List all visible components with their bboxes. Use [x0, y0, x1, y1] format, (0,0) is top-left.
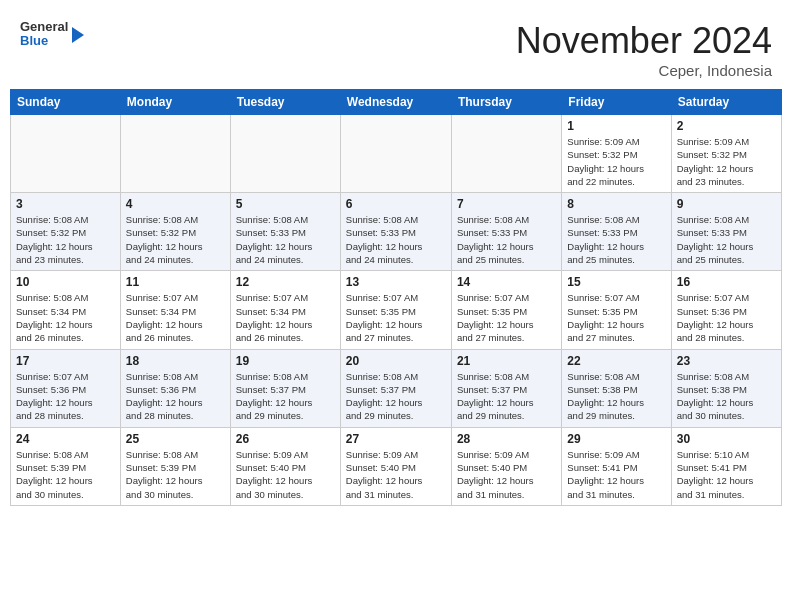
day-info: Sunrise: 5:08 AM Sunset: 5:38 PM Dayligh… — [567, 370, 665, 423]
day-info: Sunrise: 5:08 AM Sunset: 5:39 PM Dayligh… — [16, 448, 115, 501]
day-number: 19 — [236, 354, 335, 368]
day-number: 27 — [346, 432, 446, 446]
logo-text: General Blue — [20, 20, 68, 49]
day-info: Sunrise: 5:08 AM Sunset: 5:33 PM Dayligh… — [457, 213, 556, 266]
day-info: Sunrise: 5:07 AM Sunset: 5:35 PM Dayligh… — [346, 291, 446, 344]
calendar-day-cell: 18Sunrise: 5:08 AM Sunset: 5:36 PM Dayli… — [120, 349, 230, 427]
calendar-day-header: Tuesday — [230, 90, 340, 115]
day-number: 13 — [346, 275, 446, 289]
day-number: 17 — [16, 354, 115, 368]
calendar-day-cell: 17Sunrise: 5:07 AM Sunset: 5:36 PM Dayli… — [11, 349, 121, 427]
day-number: 7 — [457, 197, 556, 211]
calendar-day-cell: 10Sunrise: 5:08 AM Sunset: 5:34 PM Dayli… — [11, 271, 121, 349]
month-year-title: November 2024 — [516, 20, 772, 62]
day-info: Sunrise: 5:09 AM Sunset: 5:41 PM Dayligh… — [567, 448, 665, 501]
calendar-day-cell: 19Sunrise: 5:08 AM Sunset: 5:37 PM Dayli… — [230, 349, 340, 427]
day-number: 9 — [677, 197, 776, 211]
calendar-day-cell: 1Sunrise: 5:09 AM Sunset: 5:32 PM Daylig… — [562, 115, 671, 193]
logo-blue: Blue — [20, 34, 68, 48]
day-number: 24 — [16, 432, 115, 446]
calendar-day-cell: 21Sunrise: 5:08 AM Sunset: 5:37 PM Dayli… — [451, 349, 561, 427]
day-number: 29 — [567, 432, 665, 446]
day-number: 6 — [346, 197, 446, 211]
day-info: Sunrise: 5:08 AM Sunset: 5:37 PM Dayligh… — [346, 370, 446, 423]
day-number: 12 — [236, 275, 335, 289]
calendar-day-cell: 16Sunrise: 5:07 AM Sunset: 5:36 PM Dayli… — [671, 271, 781, 349]
calendar-week-row: 17Sunrise: 5:07 AM Sunset: 5:36 PM Dayli… — [11, 349, 782, 427]
calendar-day-cell: 3Sunrise: 5:08 AM Sunset: 5:32 PM Daylig… — [11, 193, 121, 271]
day-number: 4 — [126, 197, 225, 211]
day-info: Sunrise: 5:08 AM Sunset: 5:36 PM Dayligh… — [126, 370, 225, 423]
day-number: 5 — [236, 197, 335, 211]
calendar-day-cell: 13Sunrise: 5:07 AM Sunset: 5:35 PM Dayli… — [340, 271, 451, 349]
logo-general: General — [20, 20, 68, 34]
day-info: Sunrise: 5:08 AM Sunset: 5:33 PM Dayligh… — [677, 213, 776, 266]
logo: General Blue — [20, 20, 84, 49]
day-number: 26 — [236, 432, 335, 446]
calendar-day-cell: 20Sunrise: 5:08 AM Sunset: 5:37 PM Dayli… — [340, 349, 451, 427]
calendar-day-cell: 30Sunrise: 5:10 AM Sunset: 5:41 PM Dayli… — [671, 427, 781, 505]
calendar-day-header: Sunday — [11, 90, 121, 115]
calendar-day-cell: 9Sunrise: 5:08 AM Sunset: 5:33 PM Daylig… — [671, 193, 781, 271]
calendar-week-row: 24Sunrise: 5:08 AM Sunset: 5:39 PM Dayli… — [11, 427, 782, 505]
day-number: 15 — [567, 275, 665, 289]
day-number: 18 — [126, 354, 225, 368]
day-info: Sunrise: 5:08 AM Sunset: 5:37 PM Dayligh… — [457, 370, 556, 423]
title-block: November 2024 Ceper, Indonesia — [516, 20, 772, 79]
day-number: 28 — [457, 432, 556, 446]
day-info: Sunrise: 5:08 AM Sunset: 5:33 PM Dayligh… — [567, 213, 665, 266]
day-number: 20 — [346, 354, 446, 368]
day-info: Sunrise: 5:09 AM Sunset: 5:40 PM Dayligh… — [457, 448, 556, 501]
day-number: 14 — [457, 275, 556, 289]
day-number: 21 — [457, 354, 556, 368]
calendar-day-cell: 8Sunrise: 5:08 AM Sunset: 5:33 PM Daylig… — [562, 193, 671, 271]
day-number: 22 — [567, 354, 665, 368]
calendar-day-cell: 23Sunrise: 5:08 AM Sunset: 5:38 PM Dayli… — [671, 349, 781, 427]
calendar-day-cell — [451, 115, 561, 193]
calendar-table: SundayMondayTuesdayWednesdayThursdayFrid… — [10, 89, 782, 506]
day-info: Sunrise: 5:08 AM Sunset: 5:39 PM Dayligh… — [126, 448, 225, 501]
calendar-day-cell: 11Sunrise: 5:07 AM Sunset: 5:34 PM Dayli… — [120, 271, 230, 349]
calendar-day-header: Friday — [562, 90, 671, 115]
calendar-day-header: Wednesday — [340, 90, 451, 115]
calendar-day-cell: 24Sunrise: 5:08 AM Sunset: 5:39 PM Dayli… — [11, 427, 121, 505]
calendar-day-header: Saturday — [671, 90, 781, 115]
calendar-week-row: 10Sunrise: 5:08 AM Sunset: 5:34 PM Dayli… — [11, 271, 782, 349]
calendar-day-cell: 5Sunrise: 5:08 AM Sunset: 5:33 PM Daylig… — [230, 193, 340, 271]
day-info: Sunrise: 5:08 AM Sunset: 5:38 PM Dayligh… — [677, 370, 776, 423]
calendar-day-cell: 26Sunrise: 5:09 AM Sunset: 5:40 PM Dayli… — [230, 427, 340, 505]
day-number: 11 — [126, 275, 225, 289]
calendar-header-row: SundayMondayTuesdayWednesdayThursdayFrid… — [11, 90, 782, 115]
calendar-day-cell: 7Sunrise: 5:08 AM Sunset: 5:33 PM Daylig… — [451, 193, 561, 271]
logo-arrow-icon — [72, 27, 84, 43]
calendar-day-cell: 28Sunrise: 5:09 AM Sunset: 5:40 PM Dayli… — [451, 427, 561, 505]
day-info: Sunrise: 5:08 AM Sunset: 5:34 PM Dayligh… — [16, 291, 115, 344]
calendar-day-header: Monday — [120, 90, 230, 115]
calendar-day-header: Thursday — [451, 90, 561, 115]
calendar-day-cell: 2Sunrise: 5:09 AM Sunset: 5:32 PM Daylig… — [671, 115, 781, 193]
day-number: 8 — [567, 197, 665, 211]
calendar-day-cell: 22Sunrise: 5:08 AM Sunset: 5:38 PM Dayli… — [562, 349, 671, 427]
calendar-day-cell — [230, 115, 340, 193]
day-info: Sunrise: 5:08 AM Sunset: 5:33 PM Dayligh… — [236, 213, 335, 266]
calendar-day-cell: 6Sunrise: 5:08 AM Sunset: 5:33 PM Daylig… — [340, 193, 451, 271]
day-number: 16 — [677, 275, 776, 289]
day-number: 30 — [677, 432, 776, 446]
day-info: Sunrise: 5:07 AM Sunset: 5:35 PM Dayligh… — [567, 291, 665, 344]
day-info: Sunrise: 5:09 AM Sunset: 5:32 PM Dayligh… — [677, 135, 776, 188]
day-info: Sunrise: 5:10 AM Sunset: 5:41 PM Dayligh… — [677, 448, 776, 501]
calendar-day-cell — [340, 115, 451, 193]
day-info: Sunrise: 5:08 AM Sunset: 5:32 PM Dayligh… — [16, 213, 115, 266]
calendar-day-cell: 12Sunrise: 5:07 AM Sunset: 5:34 PM Dayli… — [230, 271, 340, 349]
calendar-week-row: 3Sunrise: 5:08 AM Sunset: 5:32 PM Daylig… — [11, 193, 782, 271]
calendar-day-cell: 15Sunrise: 5:07 AM Sunset: 5:35 PM Dayli… — [562, 271, 671, 349]
day-number: 10 — [16, 275, 115, 289]
location-subtitle: Ceper, Indonesia — [516, 62, 772, 79]
calendar-day-cell: 27Sunrise: 5:09 AM Sunset: 5:40 PM Dayli… — [340, 427, 451, 505]
day-number: 23 — [677, 354, 776, 368]
calendar-day-cell: 25Sunrise: 5:08 AM Sunset: 5:39 PM Dayli… — [120, 427, 230, 505]
calendar-day-cell: 4Sunrise: 5:08 AM Sunset: 5:32 PM Daylig… — [120, 193, 230, 271]
day-number: 1 — [567, 119, 665, 133]
day-number: 3 — [16, 197, 115, 211]
day-info: Sunrise: 5:07 AM Sunset: 5:36 PM Dayligh… — [16, 370, 115, 423]
